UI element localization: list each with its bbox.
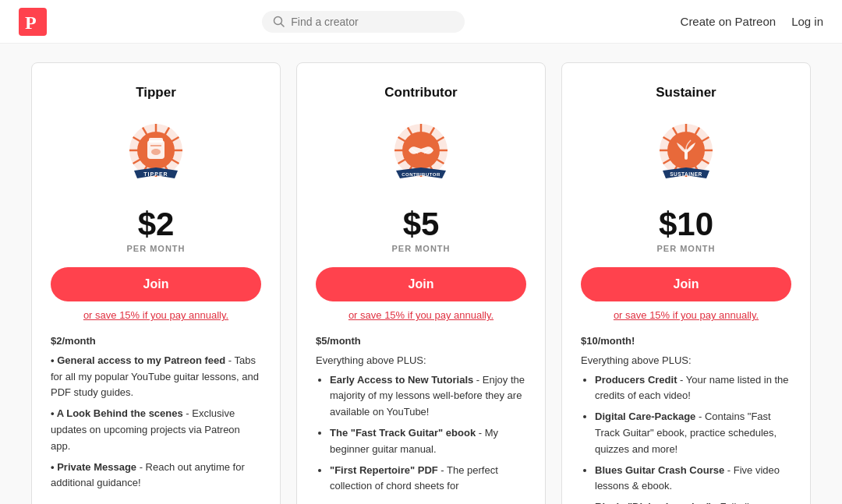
tier-desc-sustainer: $10/month! Everything above PLUS: Produc… [581,333,791,504]
tier-price-contributor: $5 [403,208,440,241]
tier-period-tipper: PER MONTH [127,244,186,253]
log-in-link[interactable]: Log in [791,15,823,28]
svg-text:P: P [25,12,37,33]
patreon-logo-icon: P [19,8,47,36]
tier-desc-tipper: $2/month • General access to my Patreon … [51,333,261,496]
search-bar[interactable] [262,11,465,33]
navbar-center [47,11,681,33]
tier-price-heading-sustainer: $10/month! [581,333,791,350]
svg-text:SUSTAINER: SUSTAINER [670,171,702,177]
annual-save-sustainer[interactable]: or save 15% if you pay annually. [614,309,759,321]
annual-save-contributor[interactable]: or save 15% if you pay annually. [348,309,494,321]
annual-save-tipper[interactable]: or save 15% if you pay annually. [83,309,228,321]
navbar-right: Create on Patreon Log in [681,15,823,28]
join-button-contributor[interactable]: Join [316,267,526,301]
tier-card-sustainer: Sustainer SUSTAINER $10 PER MONTH Join o… [561,62,811,504]
tier-title-tipper: Tipper [136,85,176,100]
navbar: P Create on Patreon Log in [0,0,842,44]
create-on-patreon-link[interactable]: Create on Patreon [681,15,777,28]
main-content: Tipper TIPPER $2 PER MONTH Join or save … [0,44,842,504]
svg-text:CONTRIBUTOR: CONTRIBUTOR [402,172,440,177]
tier-period-sustainer: PER MONTH [657,244,716,253]
svg-point-21 [151,149,161,155]
join-button-sustainer[interactable]: Join [581,267,791,301]
tier-card-contributor: Contributor CONTRIBUTOR $5 PER MONTH Joi… [296,62,546,504]
tier-badge-sustainer: SUSTAINER [647,115,725,192]
join-button-tipper[interactable]: Join [51,267,261,301]
tier-card-tipper: Tipper TIPPER $2 PER MONTH Join or save … [31,62,281,504]
tier-price-tipper: $2 [138,208,175,241]
search-icon [273,16,285,27]
svg-rect-19 [149,138,163,143]
tipper-badge-icon: TIPPER [117,115,195,192]
tier-title-contributor: Contributor [384,85,457,100]
tier-price-heading-contributor: $5/month [316,333,526,350]
contributor-badge-icon: CONTRIBUTOR [382,115,460,192]
tier-badge-tipper: TIPPER [117,115,195,192]
tier-desc-contributor: $5/month Everything above PLUS: Early Ac… [316,333,526,499]
svg-line-3 [281,24,285,27]
navbar-left: P [19,8,47,36]
search-input[interactable] [291,16,454,28]
tier-price-sustainer: $10 [659,208,713,241]
tiers-grid: Tipper TIPPER $2 PER MONTH Join or save … [31,62,811,504]
tier-period-contributor: PER MONTH [392,244,451,253]
patreon-logo[interactable]: P [19,8,47,36]
tier-badge-contributor: CONTRIBUTOR [382,115,460,192]
tier-price-heading-tipper: $2/month [51,333,261,350]
svg-text:TIPPER: TIPPER [143,171,168,177]
tier-title-sustainer: Sustainer [656,85,716,100]
sustainer-badge-icon: SUSTAINER [647,115,725,192]
